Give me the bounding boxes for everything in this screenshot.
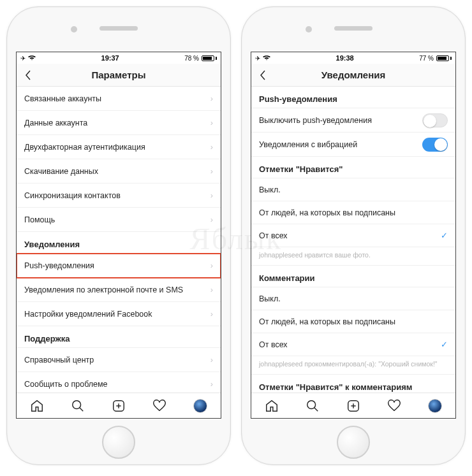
screen-right: ✈︎ 19:38 77 % Уведомления Push-ув (251, 52, 456, 419)
notifications-settings[interactable]: Push-уведомления Выключить push-уведомле… (251, 87, 455, 393)
row-label: Синхронизация контактов (24, 191, 121, 200)
airplane-icon: ✈︎ (255, 55, 260, 62)
speaker-slot (100, 26, 138, 31)
chevron-left-icon (259, 69, 267, 81)
switch-disable-push[interactable] (422, 113, 448, 127)
caption-likes: johnappleseed нравится ваше фото. (251, 247, 455, 266)
chevron-left-icon (24, 69, 32, 81)
chevron-right-icon: › (210, 94, 213, 103)
plus-square-icon (346, 399, 360, 413)
chevron-right-icon: › (210, 285, 213, 294)
row-account-data[interactable]: Данные аккаунта › (17, 111, 221, 135)
option-label: От всех (259, 340, 288, 349)
tab-new-post[interactable] (110, 398, 127, 414)
tab-profile[interactable] (192, 398, 209, 414)
tab-search[interactable] (304, 398, 321, 414)
row-label: Уведомления по электронной почте и SMS (24, 285, 183, 294)
option-comments-all[interactable]: От всех ✓ (251, 333, 455, 356)
tab-activity[interactable] (151, 398, 168, 414)
row-label: Выключить push-уведомления (259, 116, 372, 125)
plus-square-icon (112, 399, 126, 413)
chevron-right-icon: › (210, 143, 213, 152)
row-label: Настройки уведомлений Facebook (24, 310, 152, 319)
row-help[interactable]: Помощь › (17, 208, 221, 232)
chevron-right-icon: › (210, 261, 213, 270)
row-two-factor[interactable]: Двухфакторная аутентификация › (17, 135, 221, 159)
option-comments-following[interactable]: От людей, на которых вы подписаны (251, 310, 455, 333)
row-report-problem[interactable]: Сообщить о проблеме › (17, 372, 221, 393)
status-time: 19:37 (36, 54, 184, 62)
row-label: Скачивание данных (24, 167, 98, 176)
row-help-center[interactable]: Справочный центр › (17, 348, 221, 372)
avatar (193, 399, 207, 413)
section-support: Поддержка (17, 326, 221, 348)
tab-home[interactable] (29, 398, 45, 414)
row-label: Справочный центр (24, 356, 94, 364)
option-label: Выкл. (259, 185, 281, 194)
airplane-icon: ✈︎ (20, 55, 26, 62)
home-button[interactable] (102, 426, 135, 459)
svg-point-5 (307, 400, 316, 408)
battery-percent: 77 % (419, 55, 434, 62)
section-comments: Комментарии (251, 266, 455, 287)
wifi-icon (263, 55, 270, 61)
chevron-right-icon: › (210, 167, 213, 176)
svg-point-0 (73, 400, 81, 408)
row-label: Данные аккаунта (24, 119, 87, 127)
check-icon: ✓ (441, 340, 448, 349)
heart-icon (152, 399, 166, 413)
row-label: Уведомления с вибрацией (259, 140, 357, 149)
option-label: Выкл. (259, 294, 281, 303)
back-button[interactable] (251, 64, 274, 87)
row-download-data[interactable]: Скачивание данных › (17, 159, 221, 184)
settings-list[interactable]: Связанные аккаунты › Данные аккаунта › Д… (17, 87, 221, 393)
option-likes-following[interactable]: От людей, на которых вы подписаны (251, 201, 455, 224)
section-push: Push-уведомления (251, 87, 455, 108)
svg-line-1 (80, 407, 84, 411)
phone-frame-right: ✈︎ 19:38 77 % Уведомления Push-ув (241, 6, 466, 465)
back-button[interactable] (17, 64, 40, 87)
toggle-row-vibration[interactable]: Уведомления с вибрацией (251, 133, 455, 157)
option-label: От людей, на которых вы подписаны (259, 317, 395, 326)
status-bar: ✈︎ 19:37 78 % (17, 52, 221, 64)
chevron-right-icon: › (210, 119, 213, 127)
row-email-sms[interactable]: Уведомления по электронной почте и SMS › (17, 278, 221, 302)
option-label: От людей, на которых вы подписаны (259, 208, 395, 217)
tab-new-post[interactable] (345, 398, 362, 414)
option-comments-off[interactable]: Выкл. (251, 287, 455, 310)
tab-bar (17, 393, 221, 418)
svg-line-6 (314, 407, 318, 411)
row-fb-notifications[interactable]: Настройки уведомлений Facebook › (17, 302, 221, 326)
page-title: Уведомления (251, 69, 455, 80)
chevron-right-icon: › (210, 356, 213, 364)
tab-activity[interactable] (386, 398, 402, 414)
row-sync-contacts[interactable]: Синхронизация контактов › (17, 184, 221, 208)
row-push-notifications[interactable]: Push-уведомления › (17, 254, 221, 278)
nav-header: Параметры (17, 64, 221, 87)
status-time: 19:38 (270, 54, 419, 62)
tab-profile[interactable] (427, 398, 443, 414)
tab-search[interactable] (70, 398, 86, 414)
caption-comments: johnappleseed прокомментировал(-а): "Хор… (251, 356, 455, 375)
status-bar: ✈︎ 19:38 77 % (251, 52, 455, 64)
chevron-right-icon: › (210, 215, 213, 224)
option-likes-all[interactable]: От всех ✓ (251, 224, 455, 247)
row-linked-accounts[interactable]: Связанные аккаунты › (17, 87, 221, 111)
home-icon (30, 399, 44, 413)
camera-dot (71, 26, 77, 32)
chevron-right-icon: › (210, 191, 213, 200)
home-button[interactable] (337, 426, 370, 459)
search-icon (71, 399, 85, 413)
tab-home[interactable] (263, 398, 280, 414)
screen-left: ✈︎ 19:37 78 % Параметры (16, 52, 221, 419)
switch-vibration[interactable] (422, 138, 448, 152)
battery-percent: 78 % (184, 55, 199, 62)
chevron-right-icon: › (210, 310, 213, 319)
heart-icon (387, 399, 401, 413)
chevron-right-icon: › (210, 380, 213, 389)
option-label: От всех (259, 231, 288, 240)
row-label: Помощь (24, 215, 55, 224)
option-likes-off[interactable]: Выкл. (251, 178, 455, 201)
home-icon (265, 399, 279, 413)
toggle-row-disable-push[interactable]: Выключить push-уведомления (251, 108, 455, 133)
